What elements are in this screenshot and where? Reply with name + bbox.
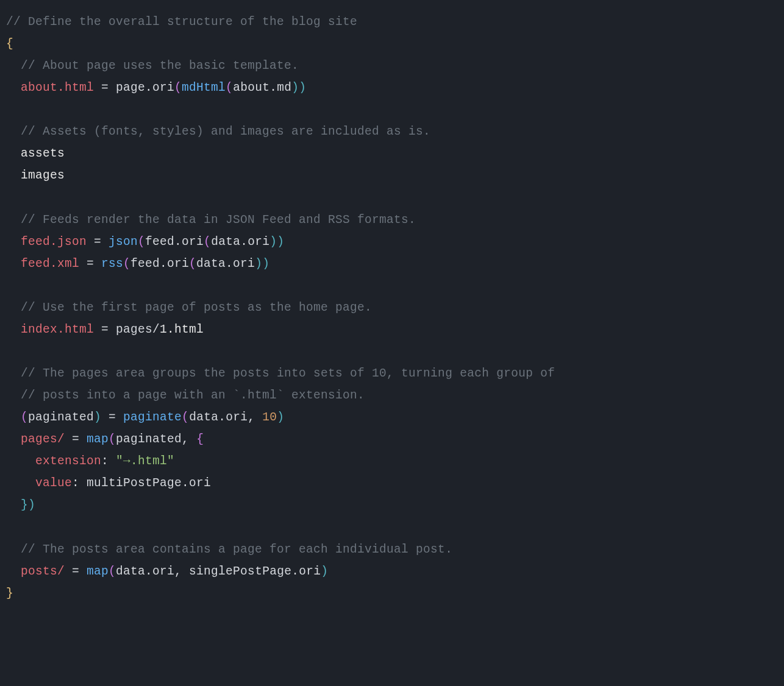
function: map bbox=[87, 565, 109, 578]
identifier: images bbox=[21, 169, 65, 182]
open-paren: ( bbox=[182, 411, 189, 424]
close-paren: ) bbox=[321, 565, 328, 578]
identifier: pages/ bbox=[116, 323, 160, 336]
function: rss bbox=[101, 257, 123, 271]
identifier: data.ori bbox=[116, 565, 174, 578]
identifier: feed.ori bbox=[130, 257, 189, 271]
identifier: 1.html bbox=[160, 323, 204, 336]
key: extension bbox=[35, 454, 101, 468]
identifier: page.ori bbox=[116, 81, 174, 94]
open-paren: ( bbox=[174, 81, 182, 94]
key: about.html bbox=[21, 81, 94, 94]
close-paren: ) bbox=[94, 411, 101, 424]
comment: // Define the overall structure of the b… bbox=[6, 15, 357, 29]
comment: // Use the first page of posts as the ho… bbox=[21, 301, 372, 314]
key: feed.json bbox=[21, 235, 87, 249]
identifier: paginated bbox=[28, 411, 94, 424]
close-paren: ) bbox=[262, 257, 269, 271]
identifier: data.ori bbox=[196, 257, 255, 271]
identifier: feed.ori bbox=[145, 235, 204, 249]
op-equals: = bbox=[65, 433, 87, 446]
function: mdHtml bbox=[182, 81, 226, 94]
op-equals: = bbox=[94, 81, 116, 94]
identifier: about.md bbox=[233, 81, 291, 94]
open-brace: { bbox=[196, 433, 204, 446]
close-paren: ) bbox=[291, 81, 299, 94]
op-equals: = bbox=[87, 235, 109, 249]
op-equals: = bbox=[79, 257, 101, 271]
key: feed.xml bbox=[21, 257, 79, 271]
key: posts/ bbox=[21, 565, 65, 578]
open-paren: ( bbox=[226, 81, 233, 94]
open-paren: ( bbox=[123, 257, 130, 271]
close-paren: ) bbox=[277, 235, 284, 249]
close-paren: ) bbox=[269, 235, 277, 249]
identifier: paginated bbox=[116, 433, 182, 446]
number: 10 bbox=[262, 411, 277, 424]
comment: // About page uses the basic template. bbox=[21, 59, 299, 72]
close-brace: } bbox=[21, 498, 28, 512]
comment: // posts into a page with an `.html` ext… bbox=[21, 389, 365, 402]
close-paren: ) bbox=[28, 498, 35, 512]
code-block: // Define the overall structure of the b… bbox=[6, 11, 778, 604]
open-brace: { bbox=[6, 37, 13, 51]
open-paren: ( bbox=[204, 235, 211, 249]
close-paren: ) bbox=[299, 81, 306, 94]
key: index.html bbox=[21, 323, 94, 336]
comma: , bbox=[174, 565, 189, 578]
identifier: data.ori bbox=[189, 411, 248, 424]
open-paren: ( bbox=[189, 257, 196, 271]
op-equals: = bbox=[94, 323, 116, 336]
op-equals: = bbox=[65, 565, 87, 578]
comment: // The pages area groups the posts into … bbox=[21, 367, 555, 380]
comment: // Feeds render the data in JSON Feed an… bbox=[21, 213, 416, 227]
close-brace: } bbox=[6, 587, 13, 600]
close-paren: ) bbox=[255, 257, 262, 271]
function: paginate bbox=[123, 411, 182, 424]
colon: : bbox=[72, 476, 87, 490]
comment: // Assets (fonts, styles) and images are… bbox=[21, 125, 430, 138]
comment: // The posts area contains a page for ea… bbox=[21, 543, 452, 556]
key: value bbox=[35, 476, 72, 490]
function: json bbox=[109, 235, 138, 249]
identifier: singlePostPage.ori bbox=[189, 565, 321, 578]
open-paren: ( bbox=[21, 411, 28, 424]
close-paren: ) bbox=[277, 411, 284, 424]
comma: , bbox=[182, 433, 196, 446]
open-paren: ( bbox=[109, 433, 116, 446]
string: "→.html" bbox=[116, 454, 174, 468]
open-paren: ( bbox=[138, 235, 145, 249]
identifier: multiPostPage.ori bbox=[87, 476, 211, 490]
function: map bbox=[87, 433, 109, 446]
key: pages/ bbox=[21, 433, 65, 446]
op-equals: = bbox=[101, 411, 123, 424]
comma: , bbox=[248, 411, 262, 424]
identifier: data.ori bbox=[211, 235, 269, 249]
identifier: assets bbox=[21, 147, 65, 160]
open-paren: ( bbox=[109, 565, 116, 578]
colon: : bbox=[101, 454, 116, 468]
